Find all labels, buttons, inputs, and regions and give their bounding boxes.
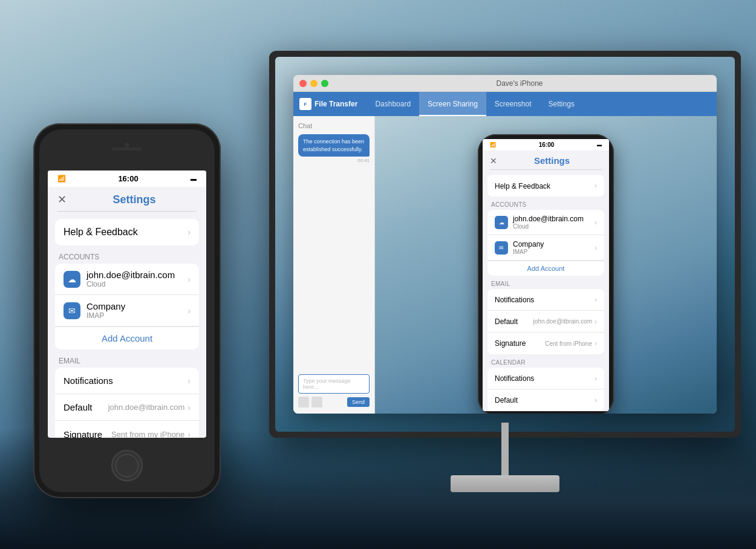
iphone-account2-chevron: › <box>187 306 191 316</box>
mini-account2-icon: ✉ <box>495 241 508 255</box>
chat-time: 00:41 <box>298 158 370 163</box>
window-content: Chat The connection has been established… <box>293 116 717 414</box>
mini-help-group: Help & Feedback › <box>483 175 609 197</box>
window-title: Dave's iPhone <box>328 79 711 88</box>
iphone-settings-title: Settings <box>72 193 197 206</box>
monitor-base <box>451 475 559 492</box>
iphone-notifications-row[interactable]: Notifications › <box>55 368 199 394</box>
mini-account1-row[interactable]: ☁ john.doe@itbrain.com Cloud › <box>487 210 604 235</box>
mini-accounts-group: Accounts ☁ john.doe@itbrain.com Cloud <box>483 201 609 276</box>
mini-default-chevron: › <box>595 317 597 326</box>
mini-default-label: Default <box>495 317 533 326</box>
traffic-light-green[interactable] <box>321 80 328 87</box>
mini-settings-divider <box>490 169 602 170</box>
mini-default-row[interactable]: Default john.doe@itbrain.com › <box>487 311 604 333</box>
mini-cal-default-chevron: › <box>595 396 597 404</box>
iphone-account2-name: Company <box>86 301 187 311</box>
mini-accounts-label: Accounts <box>483 201 609 210</box>
chat-input-box[interactable]: Type your message here... <box>298 374 370 394</box>
iphone-accounts-group: Accounts ☁ john.doe@itbrain.com Cloud › <box>48 253 206 349</box>
iphone-account1-chevron: › <box>187 274 191 284</box>
iphone-accounts-card: ☁ john.doe@itbrain.com Cloud › ✉ <box>55 264 199 349</box>
chat-toolbar: Send <box>298 397 370 408</box>
nav-brand-label: File Transfer <box>314 100 357 108</box>
mini-notifications-label: Notifications <box>495 296 595 304</box>
iphone-email-label: Email <box>48 357 206 368</box>
iphone-signature-row[interactable]: Signature Sent from my iPhone › <box>55 421 199 438</box>
monitor-main-panel: 📶 16:00 ▬ ✕ <box>375 116 717 414</box>
mini-account1-icon: ☁ <box>495 216 508 229</box>
iphone-settings-divider <box>57 211 197 212</box>
monitor-stand <box>501 423 509 477</box>
traffic-light-yellow[interactable] <box>310 80 318 87</box>
nav-item-screenshot[interactable]: Screenshot <box>486 92 540 116</box>
iphone-account1-icon: ☁ <box>64 271 80 288</box>
iphone-help-group: Help & Feedback › <box>48 219 206 245</box>
mini-iphone: 📶 16:00 ▬ ✕ <box>478 134 614 414</box>
chat-panel: Chat The connection has been established… <box>293 116 375 414</box>
mini-signature-row[interactable]: Signature Cent from iPhone › <box>487 333 604 354</box>
iphone-email-group: Email Notifications › Default john.doe@i… <box>48 357 206 438</box>
iphone-help-row[interactable]: Help & Feedback › <box>55 219 199 245</box>
chat-emoji-icon[interactable] <box>311 397 322 408</box>
mini-cal-notifications-row[interactable]: Notifications › <box>487 368 604 389</box>
iphone-inner: 📶 16:00 ▬ ✕ Settings <box>39 129 215 492</box>
iphone-signature-label: Signature <box>64 429 111 438</box>
iphone-help-chevron: › <box>187 227 191 237</box>
iphone-status-icons: ▬ <box>191 175 197 182</box>
mini-email-label: Email <box>483 281 609 289</box>
traffic-light-red[interactable] <box>299 80 307 87</box>
iphone-accounts-label: Accounts <box>48 253 206 264</box>
mini-account1-chevron: › <box>595 218 597 227</box>
mini-help-row[interactable]: Help & Feedback › <box>487 175 604 197</box>
nav-item-screensharing[interactable]: Screen Sharing <box>419 92 486 116</box>
mini-account2-row[interactable]: ✉ Company IMAP › <box>487 235 604 261</box>
app-window: Dave's iPhone F File Transfer Dashboard … <box>293 75 717 414</box>
monitor-body: Dave's iPhone F File Transfer Dashboard … <box>269 51 741 438</box>
iphone-account2-row[interactable]: ✉ Company IMAP › <box>55 295 199 326</box>
chat-send-button[interactable]: Send <box>347 397 370 407</box>
mini-calendar-card: Notifications › Default › <box>487 368 604 411</box>
chat-input-area: Type your message here... Send <box>298 374 370 408</box>
iphone-speaker <box>112 148 142 151</box>
iphone-camera <box>125 143 129 148</box>
iphone-account1-name: john.doe@itbrain.com <box>86 270 187 280</box>
iphone-default-label: Default <box>64 402 108 412</box>
chat-attach-icon[interactable] <box>298 397 309 408</box>
iphone-help-card: Help & Feedback › <box>55 219 199 245</box>
iphone-default-value: john.doe@itbrain.com <box>108 403 185 412</box>
window-navbar: F File Transfer Dashboard Screen Sharing… <box>293 92 717 116</box>
mini-add-account-btn[interactable]: Add Account <box>487 261 604 276</box>
iphone-close-icon[interactable]: ✕ <box>57 193 72 206</box>
nav-brand-icon: F <box>299 98 311 110</box>
iphone-home-button[interactable] <box>111 450 143 481</box>
iphone-add-account-btn[interactable]: Add Account <box>55 326 199 349</box>
iphone-account1-type: Cloud <box>86 280 187 288</box>
mini-statusbar: 📶 16:00 ▬ <box>483 139 609 151</box>
iphone-default-row[interactable]: Default john.doe@itbrain.com › <box>55 394 199 421</box>
mini-battery-icon: ▬ <box>597 142 602 148</box>
iphone-account1-row[interactable]: ☁ john.doe@itbrain.com Cloud › <box>55 264 199 295</box>
mini-cal-default-row[interactable]: Default › <box>487 389 604 411</box>
mini-wifi-icon: 📶 <box>490 142 496 148</box>
mini-close-icon[interactable]: ✕ <box>490 156 502 166</box>
mini-cal-default-label: Default <box>495 396 595 404</box>
nav-brand: F File Transfer <box>299 98 357 110</box>
mini-account2-name: Company <box>513 240 595 249</box>
mini-settings-title: Settings <box>502 155 602 166</box>
mini-cal-notifications-chevron: › <box>595 374 597 383</box>
iphone-settings-header: ✕ Settings <box>48 187 206 211</box>
mini-notifications-row[interactable]: Notifications › <box>487 289 604 311</box>
scene-container: 📶 16:00 ▬ ✕ Settings <box>15 15 741 534</box>
iphone-account2-icon: ✉ <box>64 302 80 319</box>
monitor-screen: Dave's iPhone F File Transfer Dashboard … <box>275 57 735 432</box>
mini-time: 16:00 <box>539 141 555 148</box>
nav-item-dashboard[interactable]: Dashboard <box>367 92 419 116</box>
traffic-lights <box>299 80 328 87</box>
mini-account2-type: IMAP <box>513 249 595 255</box>
nav-item-settings[interactable]: Settings <box>540 92 583 116</box>
mini-iphone-screen: 📶 16:00 ▬ ✕ <box>483 139 609 411</box>
iphone-notifications-chevron: › <box>187 376 191 386</box>
mini-help-card: Help & Feedback › <box>487 175 604 197</box>
mini-calendar-group: Calendar Notifications › <box>483 359 609 411</box>
